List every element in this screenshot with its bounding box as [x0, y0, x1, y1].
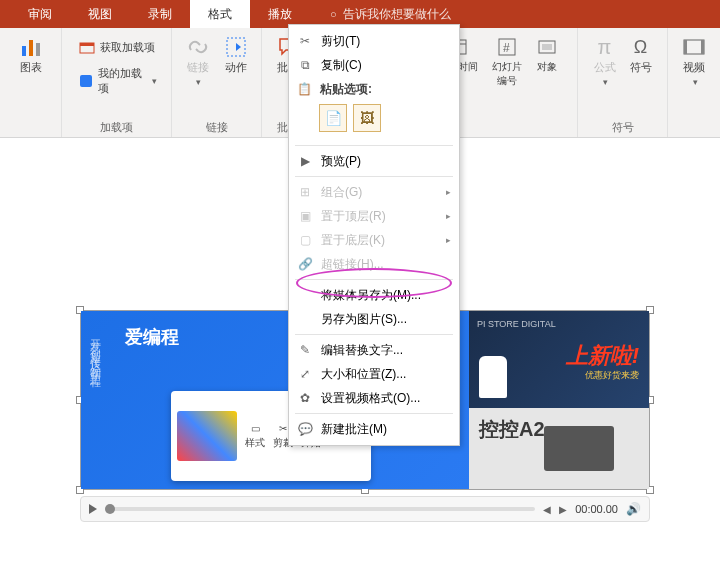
store-badge: PI STORE DIGITAL [477, 319, 641, 329]
hyperlink-icon: 🔗 [297, 256, 313, 272]
format-icon: ✿ [297, 390, 313, 406]
play-button[interactable] [89, 504, 97, 514]
cm-cut[interactable]: ✂剪切(T) [289, 29, 459, 53]
pi-icon: π [594, 36, 616, 58]
front-icon: ▣ [297, 208, 313, 224]
promo-sub: 优惠好货来袭 [585, 369, 639, 382]
cm-send-back: ▢置于底层(K)▸ [289, 228, 459, 252]
store-icon [76, 36, 98, 58]
equation-button[interactable]: π 公式 [590, 34, 620, 89]
svg-rect-16 [701, 40, 704, 54]
paste-keep-formatting[interactable]: 📄 [319, 104, 347, 132]
cm-group: ⊞组合(G)▸ [289, 180, 459, 204]
svg-rect-4 [80, 43, 94, 46]
object-button[interactable]: 对象 [532, 34, 562, 90]
volume-button[interactable]: 🔊 [626, 502, 641, 516]
play-icon: ▶ [297, 153, 313, 169]
svg-rect-0 [22, 46, 26, 56]
symbol-button[interactable]: Ω 符号 [626, 34, 656, 89]
video-right-pane: PI STORE DIGITAL 上新啦! 优惠好货来袭 控控A2 [469, 311, 649, 489]
addins-group-label: 加载项 [100, 118, 133, 135]
tab-view[interactable]: 视图 [70, 0, 130, 28]
object-icon [536, 36, 558, 58]
cm-bring-front: ▣置于顶层(R)▸ [289, 204, 459, 228]
cm-save-as-picture[interactable]: 另存为图片(S)... [289, 307, 459, 331]
product-graphic [544, 426, 614, 471]
tab-record[interactable]: 录制 [130, 0, 190, 28]
context-menu: ✂剪切(T) ⧉复制(C) 📋粘贴选项: 📄 🖼 ▶预览(P) ⊞组合(G)▸ … [288, 24, 460, 446]
size-icon: ⤢ [297, 366, 313, 382]
svg-rect-13 [542, 44, 552, 50]
chart-button[interactable]: 图表 [16, 34, 46, 77]
cut-icon: ✂ [297, 33, 313, 49]
video-button[interactable]: 视频 [679, 34, 709, 89]
svg-rect-5 [80, 75, 92, 87]
media-playbar: ◀ ▶ 00:00.00 🔊 [80, 496, 650, 522]
style-button[interactable]: ▭样式 [245, 423, 265, 450]
thumbnail [177, 411, 237, 461]
tab-format[interactable]: 格式 [190, 0, 250, 28]
cm-save-media-as[interactable]: 将媒体另存为(M)... [289, 283, 459, 307]
paste-picture[interactable]: 🖼 [353, 104, 381, 132]
vertical-text: 开发 创新 传送 制作 工程 [87, 331, 105, 371]
tab-review[interactable]: 审阅 [10, 0, 70, 28]
omega-icon: Ω [630, 36, 652, 58]
video-icon [683, 36, 705, 58]
symbol-group-label: 符号 [612, 118, 634, 135]
promo-title: 上新啦! [566, 341, 639, 371]
newcomment-icon: 💬 [297, 421, 313, 437]
cm-new-comment[interactable]: 💬新建批注(M) [289, 417, 459, 441]
cm-hyperlink: 🔗超链接(H)... [289, 252, 459, 276]
product-name: 控控A2 [479, 416, 545, 443]
cm-paste-options-label: 📋粘贴选项: [289, 77, 459, 100]
group-icon: ⊞ [297, 184, 313, 200]
svg-text:#: # [503, 41, 510, 55]
svg-rect-1 [29, 40, 33, 56]
cm-edit-alt-text[interactable]: ✎编辑替换文字... [289, 338, 459, 362]
svg-rect-15 [684, 40, 687, 54]
link-icon [187, 36, 209, 58]
copy-icon: ⧉ [297, 57, 313, 73]
back-icon: ▢ [297, 232, 313, 248]
time-display: 00:00.00 [575, 503, 618, 515]
chart-icon [20, 36, 42, 58]
skip-back-button[interactable]: ◀ [543, 504, 551, 515]
cm-format-video[interactable]: ✿设置视频格式(O)... [289, 386, 459, 410]
cm-size-position[interactable]: ⤢大小和位置(Z)... [289, 362, 459, 386]
get-addins-button[interactable]: 获取加载项 [72, 34, 159, 60]
lamp-graphic [479, 356, 507, 398]
link-group-label: 链接 [206, 118, 228, 135]
action-icon [225, 36, 247, 58]
hash-icon: # [496, 36, 518, 58]
slide-number-button[interactable]: # 幻灯片 编号 [488, 34, 526, 90]
action-button[interactable]: 动作 [221, 34, 251, 89]
addins-icon [76, 70, 96, 92]
svg-marker-7 [236, 43, 241, 51]
skip-fwd-button[interactable]: ▶ [559, 504, 567, 515]
alttext-icon: ✎ [297, 342, 313, 358]
cm-preview[interactable]: ▶预览(P) [289, 149, 459, 173]
svg-rect-2 [36, 43, 40, 56]
seek-track[interactable] [105, 507, 535, 511]
my-addins-button[interactable]: 我的加载项 [72, 64, 161, 98]
cm-copy[interactable]: ⧉复制(C) [289, 53, 459, 77]
tell-me-search[interactable]: 告诉我你想要做什么 [330, 6, 451, 23]
link-button[interactable]: 链接 [183, 34, 213, 89]
